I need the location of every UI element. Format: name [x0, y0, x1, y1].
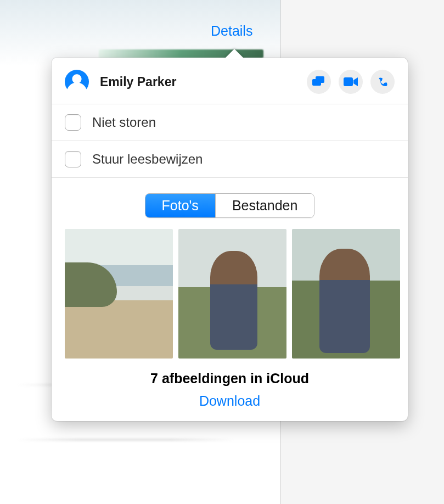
avatar[interactable]: [65, 70, 89, 94]
screen-share-icon: [312, 76, 325, 87]
read-receipts-checkbox[interactable]: [65, 151, 81, 167]
read-receipts-label: Stuur leesbewijzen: [92, 152, 203, 167]
video-call-button[interactable]: [339, 70, 363, 94]
audio-call-button[interactable]: [370, 70, 395, 94]
photo-thumbnail[interactable]: [178, 229, 286, 359]
popover-arrow: [224, 49, 244, 59]
details-trigger[interactable]: Details: [211, 23, 252, 39]
download-link[interactable]: Download: [52, 393, 408, 421]
svg-rect-1: [316, 76, 324, 83]
contact-name: Emily Parker: [100, 75, 299, 89]
details-popover: Emily Parker Niet storen Stuur leesbewij…: [52, 58, 408, 421]
photo-thumbnail[interactable]: [65, 229, 173, 359]
tab-photos[interactable]: Foto's: [145, 194, 215, 217]
photo-grid: [52, 229, 408, 359]
content-type-tabs: Foto's Bestanden: [52, 178, 408, 229]
photo-thumbnail[interactable]: [292, 229, 400, 359]
svg-rect-2: [344, 77, 353, 86]
video-icon: [344, 77, 358, 87]
dnd-label: Niet storen: [92, 115, 156, 130]
icloud-status: 7 afbeeldingen in iCloud: [52, 371, 408, 387]
phone-icon: [376, 76, 389, 88]
screen-share-button[interactable]: [307, 70, 331, 94]
tab-files[interactable]: Bestanden: [215, 194, 314, 217]
dnd-checkbox[interactable]: [65, 114, 81, 131]
option-do-not-disturb: Niet storen: [52, 104, 408, 141]
contact-header: Emily Parker: [52, 58, 408, 104]
option-read-receipts: Stuur leesbewijzen: [52, 141, 408, 178]
